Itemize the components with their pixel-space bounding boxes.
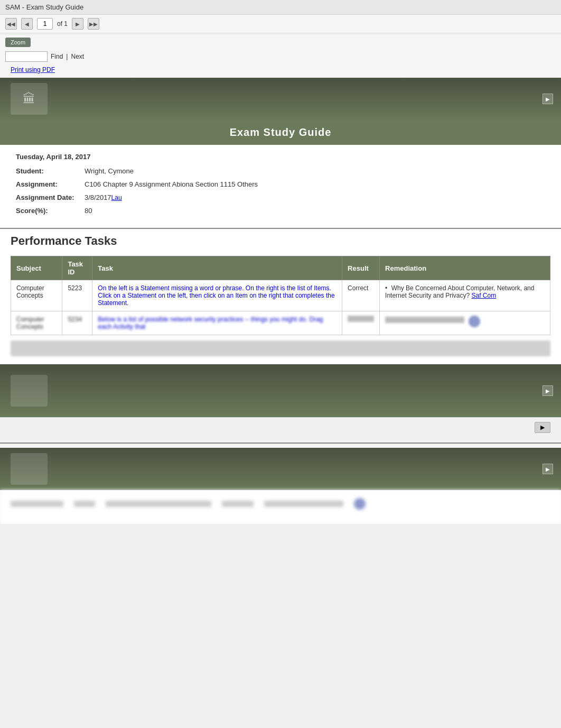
date-row: Tuesday, April 18, 2017 bbox=[16, 153, 545, 161]
col-result: Result bbox=[342, 256, 380, 280]
result-blurred bbox=[348, 316, 374, 322]
lower-cell-2 bbox=[74, 501, 95, 507]
performance-section: Performance Tasks Subject Task ID Task R… bbox=[0, 228, 561, 362]
bottom-blurred-bar bbox=[11, 340, 550, 356]
search-separator: | bbox=[66, 53, 68, 60]
date-value: Tuesday, April 18, 2017 bbox=[16, 153, 90, 161]
task-id-value: 5223 bbox=[68, 284, 82, 292]
tasks-table: Subject Task ID Task Result Remediation … bbox=[11, 256, 550, 335]
remediation-cell-2 bbox=[380, 311, 550, 335]
nav-prev-button[interactable]: ◀ bbox=[21, 18, 33, 30]
bottom-expand-button[interactable]: ▶ bbox=[543, 385, 553, 396]
bullet-icon: • bbox=[385, 284, 387, 292]
table-row: Computer Concepts 5223 On the left is a … bbox=[11, 280, 550, 311]
pdf-link[interactable]: Print using PDF bbox=[5, 65, 556, 75]
nav-next-button[interactable]: ▶ bbox=[72, 18, 83, 30]
task-cell-2: Below is a list of possible network secu… bbox=[92, 311, 342, 335]
score-row: Score(%): 80 bbox=[16, 207, 545, 215]
page-of-text: of 1 bbox=[57, 20, 68, 27]
assignment-value: C106 Chapter 9 Assignment Abiona Section… bbox=[85, 180, 258, 188]
lower-cell-3 bbox=[106, 501, 211, 507]
footer-nav-button[interactable]: ▶ bbox=[535, 422, 550, 433]
remediation-blurred bbox=[385, 317, 464, 323]
col-remediation: Remediation bbox=[380, 256, 550, 280]
subject-cell-2: Computer Concepts bbox=[11, 311, 62, 335]
subject-value: Computer Concepts bbox=[16, 284, 44, 299]
table-header-row: Subject Task ID Task Result Remediation bbox=[11, 256, 550, 280]
page-input[interactable] bbox=[37, 18, 53, 30]
page-footer: ▶ bbox=[0, 417, 561, 437]
header-expand-button[interactable]: ▶ bbox=[543, 94, 553, 104]
search-section: Find | Next bbox=[0, 49, 561, 64]
score-value: 80 bbox=[85, 207, 92, 215]
next-link[interactable]: Next bbox=[71, 53, 84, 60]
bottom-banner: ▶ bbox=[0, 364, 561, 417]
remediation-text: Why Be Concerned About Computer, Network… bbox=[385, 284, 534, 299]
header-logo-icon: 🏛 bbox=[23, 91, 35, 106]
subject-value-2: Computer Concepts bbox=[16, 316, 44, 330]
lower-cell-5 bbox=[264, 501, 343, 507]
header-banner: 🏛 ▶ bbox=[0, 78, 561, 120]
info-section: Tuesday, April 18, 2017 Student: Wright,… bbox=[0, 145, 561, 228]
student-row: Student: Wright, Cymone bbox=[16, 167, 545, 175]
table-row: Computer Concepts 5234 Below is a list o… bbox=[11, 311, 550, 335]
col-task-id: Task ID bbox=[62, 256, 92, 280]
student-label: Student: bbox=[16, 167, 85, 175]
zoom-button[interactable]: Zoom bbox=[5, 38, 31, 47]
assignment-date-value: 3/8/2017 bbox=[85, 193, 111, 201]
student-value: Wright, Cymone bbox=[85, 167, 134, 175]
remediation-icon-blurred bbox=[469, 316, 480, 327]
task-link[interactable]: On the left is a Statement missing a wor… bbox=[98, 284, 334, 307]
task-id-cell: 5223 bbox=[62, 280, 92, 311]
lower-banner: ▶ bbox=[0, 448, 561, 490]
header-banner-wrapper: 🏛 ▶ bbox=[0, 78, 561, 120]
lower-icon bbox=[354, 498, 366, 510]
lower-row-1 bbox=[11, 498, 550, 510]
title-section: Exam Study Guide bbox=[0, 120, 561, 145]
lower-blurred-content bbox=[0, 490, 561, 524]
result-value: Correct bbox=[348, 284, 368, 292]
nav-last-button[interactable]: ▶▶ bbox=[88, 18, 99, 30]
find-link[interactable]: Find bbox=[51, 53, 63, 60]
task-link-2[interactable]: Below is a list of possible network secu… bbox=[98, 316, 323, 330]
subject-cell: Computer Concepts bbox=[11, 280, 62, 311]
task-id-value-2: 5234 bbox=[68, 316, 82, 323]
title-bar: SAM - Exam Study Guide bbox=[0, 0, 561, 15]
task-id-cell-2: 5234 bbox=[62, 311, 92, 335]
nav-first-button[interactable]: ◀◀ bbox=[5, 18, 17, 30]
assignment-row: Assignment: C106 Chapter 9 Assignment Ab… bbox=[16, 180, 545, 188]
assignment-date-row: Assignment Date: 3/8/2017 Lau bbox=[16, 193, 545, 201]
result-cell-2 bbox=[342, 311, 380, 335]
zoom-section: Zoom bbox=[0, 35, 561, 49]
search-input[interactable] bbox=[5, 51, 48, 62]
bottom-logo-area bbox=[11, 375, 48, 407]
result-cell: Correct bbox=[342, 280, 380, 311]
content-area: 🏛 ▶ Exam Study Guide Tuesday, April 18, … bbox=[0, 78, 561, 417]
header-logo-area: 🏛 bbox=[11, 83, 48, 115]
lower-cell-4 bbox=[222, 501, 254, 507]
right-link[interactable]: Lau bbox=[111, 194, 122, 201]
performance-title: Performance Tasks bbox=[11, 234, 550, 248]
lower-expand-button[interactable]: ▶ bbox=[543, 464, 553, 474]
app-title: SAM - Exam Study Guide bbox=[5, 3, 83, 11]
assignment-label: Assignment: bbox=[16, 180, 85, 188]
task-cell: On the left is a Statement missing a wor… bbox=[92, 280, 342, 311]
remediation-cell: • Why Be Concerned About Computer, Netwo… bbox=[380, 280, 550, 311]
exam-study-guide-title: Exam Study Guide bbox=[230, 126, 332, 138]
lower-cell-1 bbox=[11, 501, 63, 507]
score-label: Score(%): bbox=[16, 207, 85, 215]
lower-section: ▶ bbox=[0, 443, 561, 524]
assignment-date-label: Assignment Date: bbox=[16, 193, 85, 201]
col-subject: Subject bbox=[11, 256, 62, 280]
lower-logo bbox=[11, 453, 48, 485]
remediation-link[interactable]: Saf Com bbox=[472, 292, 497, 299]
toolbar: ◀◀ ◀ of 1 ▶ ▶▶ bbox=[0, 15, 561, 33]
lower-spacer bbox=[0, 444, 561, 448]
col-task: Task bbox=[92, 256, 342, 280]
